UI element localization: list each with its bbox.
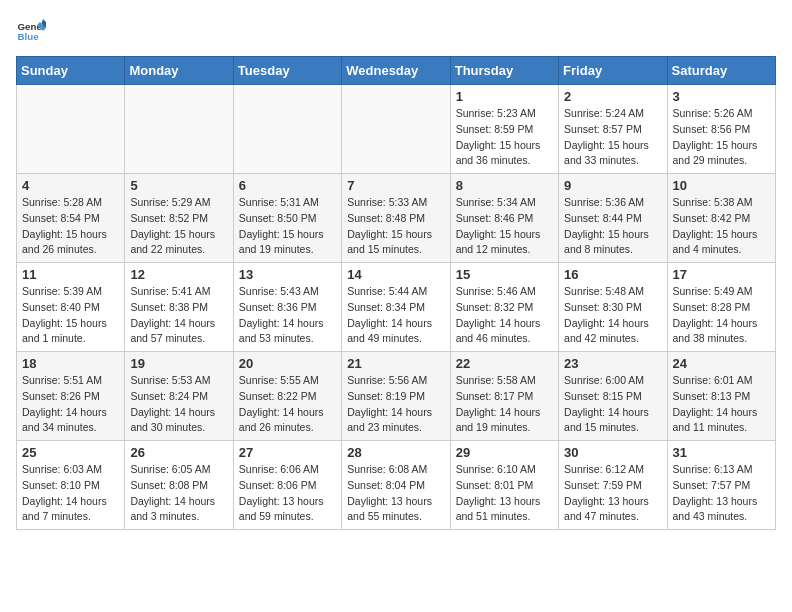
- day-content: Sunrise: 5:24 AM Sunset: 8:57 PM Dayligh…: [564, 106, 661, 169]
- calendar-cell: 1Sunrise: 5:23 AM Sunset: 8:59 PM Daylig…: [450, 85, 558, 174]
- header-friday: Friday: [559, 57, 667, 85]
- header-thursday: Thursday: [450, 57, 558, 85]
- calendar-cell: 30Sunrise: 6:12 AM Sunset: 7:59 PM Dayli…: [559, 441, 667, 530]
- day-content: Sunrise: 5:55 AM Sunset: 8:22 PM Dayligh…: [239, 373, 336, 436]
- day-content: Sunrise: 5:41 AM Sunset: 8:38 PM Dayligh…: [130, 284, 227, 347]
- calendar-cell: [125, 85, 233, 174]
- day-content: Sunrise: 5:23 AM Sunset: 8:59 PM Dayligh…: [456, 106, 553, 169]
- day-content: Sunrise: 5:31 AM Sunset: 8:50 PM Dayligh…: [239, 195, 336, 258]
- day-number: 11: [22, 267, 119, 282]
- calendar-cell: 8Sunrise: 5:34 AM Sunset: 8:46 PM Daylig…: [450, 174, 558, 263]
- day-content: Sunrise: 5:53 AM Sunset: 8:24 PM Dayligh…: [130, 373, 227, 436]
- day-number: 16: [564, 267, 661, 282]
- calendar-cell: 13Sunrise: 5:43 AM Sunset: 8:36 PM Dayli…: [233, 263, 341, 352]
- calendar-cell: 12Sunrise: 5:41 AM Sunset: 8:38 PM Dayli…: [125, 263, 233, 352]
- week-row-4: 18Sunrise: 5:51 AM Sunset: 8:26 PM Dayli…: [17, 352, 776, 441]
- day-number: 25: [22, 445, 119, 460]
- calendar-cell: 3Sunrise: 5:26 AM Sunset: 8:56 PM Daylig…: [667, 85, 775, 174]
- calendar-cell: 10Sunrise: 5:38 AM Sunset: 8:42 PM Dayli…: [667, 174, 775, 263]
- calendar-table: SundayMondayTuesdayWednesdayThursdayFrid…: [16, 56, 776, 530]
- day-content: Sunrise: 6:13 AM Sunset: 7:57 PM Dayligh…: [673, 462, 770, 525]
- day-number: 14: [347, 267, 444, 282]
- calendar-cell: 15Sunrise: 5:46 AM Sunset: 8:32 PM Dayli…: [450, 263, 558, 352]
- calendar-cell: 29Sunrise: 6:10 AM Sunset: 8:01 PM Dayli…: [450, 441, 558, 530]
- header-wednesday: Wednesday: [342, 57, 450, 85]
- day-number: 12: [130, 267, 227, 282]
- day-number: 1: [456, 89, 553, 104]
- day-content: Sunrise: 5:56 AM Sunset: 8:19 PM Dayligh…: [347, 373, 444, 436]
- calendar-cell: 26Sunrise: 6:05 AM Sunset: 8:08 PM Dayli…: [125, 441, 233, 530]
- day-number: 6: [239, 178, 336, 193]
- day-number: 30: [564, 445, 661, 460]
- day-number: 13: [239, 267, 336, 282]
- day-number: 19: [130, 356, 227, 371]
- week-row-1: 1Sunrise: 5:23 AM Sunset: 8:59 PM Daylig…: [17, 85, 776, 174]
- calendar-cell: 28Sunrise: 6:08 AM Sunset: 8:04 PM Dayli…: [342, 441, 450, 530]
- day-number: 24: [673, 356, 770, 371]
- day-number: 15: [456, 267, 553, 282]
- day-number: 27: [239, 445, 336, 460]
- calendar-cell: 9Sunrise: 5:36 AM Sunset: 8:44 PM Daylig…: [559, 174, 667, 263]
- day-number: 7: [347, 178, 444, 193]
- header-saturday: Saturday: [667, 57, 775, 85]
- day-content: Sunrise: 5:48 AM Sunset: 8:30 PM Dayligh…: [564, 284, 661, 347]
- day-content: Sunrise: 5:39 AM Sunset: 8:40 PM Dayligh…: [22, 284, 119, 347]
- calendar-cell: [17, 85, 125, 174]
- day-number: 4: [22, 178, 119, 193]
- day-content: Sunrise: 5:36 AM Sunset: 8:44 PM Dayligh…: [564, 195, 661, 258]
- day-content: Sunrise: 6:08 AM Sunset: 8:04 PM Dayligh…: [347, 462, 444, 525]
- day-content: Sunrise: 5:44 AM Sunset: 8:34 PM Dayligh…: [347, 284, 444, 347]
- day-content: Sunrise: 5:49 AM Sunset: 8:28 PM Dayligh…: [673, 284, 770, 347]
- day-number: 8: [456, 178, 553, 193]
- day-number: 5: [130, 178, 227, 193]
- day-number: 29: [456, 445, 553, 460]
- calendar-cell: 6Sunrise: 5:31 AM Sunset: 8:50 PM Daylig…: [233, 174, 341, 263]
- week-row-3: 11Sunrise: 5:39 AM Sunset: 8:40 PM Dayli…: [17, 263, 776, 352]
- day-content: Sunrise: 5:51 AM Sunset: 8:26 PM Dayligh…: [22, 373, 119, 436]
- day-content: Sunrise: 5:33 AM Sunset: 8:48 PM Dayligh…: [347, 195, 444, 258]
- calendar-cell: 4Sunrise: 5:28 AM Sunset: 8:54 PM Daylig…: [17, 174, 125, 263]
- day-number: 9: [564, 178, 661, 193]
- day-content: Sunrise: 5:46 AM Sunset: 8:32 PM Dayligh…: [456, 284, 553, 347]
- calendar-cell: 5Sunrise: 5:29 AM Sunset: 8:52 PM Daylig…: [125, 174, 233, 263]
- calendar-cell: 2Sunrise: 5:24 AM Sunset: 8:57 PM Daylig…: [559, 85, 667, 174]
- calendar-cell: 25Sunrise: 6:03 AM Sunset: 8:10 PM Dayli…: [17, 441, 125, 530]
- calendar-cell: 24Sunrise: 6:01 AM Sunset: 8:13 PM Dayli…: [667, 352, 775, 441]
- day-number: 22: [456, 356, 553, 371]
- calendar-cell: 21Sunrise: 5:56 AM Sunset: 8:19 PM Dayli…: [342, 352, 450, 441]
- calendar-cell: 22Sunrise: 5:58 AM Sunset: 8:17 PM Dayli…: [450, 352, 558, 441]
- calendar-cell: 16Sunrise: 5:48 AM Sunset: 8:30 PM Dayli…: [559, 263, 667, 352]
- calendar-cell: [342, 85, 450, 174]
- calendar-cell: 19Sunrise: 5:53 AM Sunset: 8:24 PM Dayli…: [125, 352, 233, 441]
- logo-icon: General Blue: [16, 16, 46, 46]
- day-content: Sunrise: 5:26 AM Sunset: 8:56 PM Dayligh…: [673, 106, 770, 169]
- day-content: Sunrise: 6:05 AM Sunset: 8:08 PM Dayligh…: [130, 462, 227, 525]
- page-header: General Blue: [16, 16, 776, 46]
- day-content: Sunrise: 6:10 AM Sunset: 8:01 PM Dayligh…: [456, 462, 553, 525]
- day-content: Sunrise: 5:29 AM Sunset: 8:52 PM Dayligh…: [130, 195, 227, 258]
- header-sunday: Sunday: [17, 57, 125, 85]
- svg-text:Blue: Blue: [18, 31, 40, 42]
- week-row-5: 25Sunrise: 6:03 AM Sunset: 8:10 PM Dayli…: [17, 441, 776, 530]
- calendar-cell: 14Sunrise: 5:44 AM Sunset: 8:34 PM Dayli…: [342, 263, 450, 352]
- weekday-header-row: SundayMondayTuesdayWednesdayThursdayFrid…: [17, 57, 776, 85]
- day-number: 23: [564, 356, 661, 371]
- day-content: Sunrise: 5:34 AM Sunset: 8:46 PM Dayligh…: [456, 195, 553, 258]
- week-row-2: 4Sunrise: 5:28 AM Sunset: 8:54 PM Daylig…: [17, 174, 776, 263]
- day-number: 2: [564, 89, 661, 104]
- day-content: Sunrise: 5:43 AM Sunset: 8:36 PM Dayligh…: [239, 284, 336, 347]
- calendar-cell: 18Sunrise: 5:51 AM Sunset: 8:26 PM Dayli…: [17, 352, 125, 441]
- day-content: Sunrise: 5:38 AM Sunset: 8:42 PM Dayligh…: [673, 195, 770, 258]
- day-number: 18: [22, 356, 119, 371]
- day-number: 31: [673, 445, 770, 460]
- calendar-cell: 23Sunrise: 6:00 AM Sunset: 8:15 PM Dayli…: [559, 352, 667, 441]
- day-content: Sunrise: 6:03 AM Sunset: 8:10 PM Dayligh…: [22, 462, 119, 525]
- day-content: Sunrise: 6:06 AM Sunset: 8:06 PM Dayligh…: [239, 462, 336, 525]
- day-content: Sunrise: 6:00 AM Sunset: 8:15 PM Dayligh…: [564, 373, 661, 436]
- header-monday: Monday: [125, 57, 233, 85]
- day-content: Sunrise: 6:12 AM Sunset: 7:59 PM Dayligh…: [564, 462, 661, 525]
- calendar-cell: 27Sunrise: 6:06 AM Sunset: 8:06 PM Dayli…: [233, 441, 341, 530]
- day-content: Sunrise: 5:28 AM Sunset: 8:54 PM Dayligh…: [22, 195, 119, 258]
- day-number: 20: [239, 356, 336, 371]
- calendar-cell: 31Sunrise: 6:13 AM Sunset: 7:57 PM Dayli…: [667, 441, 775, 530]
